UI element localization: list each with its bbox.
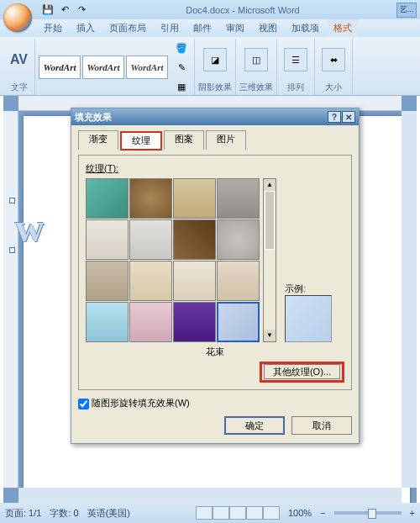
ribbon-group-wordart-styles: WordArt WordArt WordArt 🪣 ✎ ▦ 艺术字样式 — [35, 39, 195, 95]
texture-swatch-7[interactable] — [217, 219, 260, 260]
texture-swatch-10[interactable] — [173, 261, 216, 301]
tab-picture[interactable]: 图片 — [206, 130, 246, 150]
texture-swatch-13[interactable] — [129, 302, 172, 342]
view-outline[interactable] — [246, 506, 263, 520]
tab-home[interactable]: 开始 — [37, 19, 69, 37]
shadow-icon[interactable]: ◪ — [203, 48, 227, 71]
tab-pagelayout[interactable]: 页面布局 — [102, 19, 153, 37]
group-label-3d[interactable]: 三维效果 — [239, 81, 273, 95]
tab-mailings[interactable]: 邮件 — [186, 19, 218, 37]
ribbon-group-3d: ◫ 三维效果 — [236, 39, 277, 95]
ribbon-group-text: AV 文字 — [3, 39, 35, 95]
zoom-level[interactable]: 100% — [288, 508, 312, 518]
ribbon: AV 文字 WordArt WordArt WordArt 🪣 ✎ ▦ 艺术字样… — [0, 37, 420, 96]
redo-icon[interactable]: ↷ — [74, 3, 89, 18]
3d-icon[interactable]: ◫ — [244, 48, 268, 71]
group-label-text[interactable]: 文字 — [11, 81, 28, 95]
scroll-down-icon[interactable]: ▼ — [264, 330, 276, 341]
rotate-fill-row: 随图形旋转填充效果(W) — [78, 397, 352, 409]
spacing-button[interactable]: AV — [7, 50, 31, 69]
texture-swatch-8[interactable] — [86, 261, 129, 301]
view-buttons — [196, 506, 280, 520]
texture-swatch-14[interactable] — [173, 302, 216, 342]
undo-icon[interactable]: ↶ — [57, 3, 72, 18]
view-draft[interactable] — [263, 506, 280, 520]
ribbon-group-size: ⬌ 大小 — [315, 39, 353, 95]
tab-insert[interactable]: 插入 — [70, 19, 102, 37]
scroll-up-icon[interactable]: ▲ — [264, 179, 276, 191]
close-icon[interactable]: ✕ — [342, 111, 355, 123]
tab-addins[interactable]: 加载项 — [285, 19, 326, 37]
status-language[interactable]: 英语(美国) — [87, 507, 130, 520]
wordart-style-2[interactable]: WordArt — [82, 55, 124, 79]
scroll-thumb[interactable] — [265, 191, 275, 250]
selected-texture-name: 花束 — [86, 346, 344, 358]
texture-swatch-5[interactable] — [129, 219, 172, 260]
window-title: Doc4.docx - Microsoft Word — [89, 5, 396, 15]
texture-swatch-1[interactable] — [129, 178, 172, 219]
tab-pattern[interactable]: 图案 — [164, 130, 204, 150]
dialog-titlebar[interactable]: 填充效果 ? ✕ — [71, 108, 359, 125]
zoom-out-icon[interactable]: − — [320, 508, 325, 518]
cancel-button[interactable]: 取消 — [291, 416, 352, 435]
tab-format[interactable]: 格式 — [327, 19, 359, 37]
view-reading[interactable] — [213, 506, 229, 520]
ribbon-tabs: 开始 插入 页面布局 引用 邮件 审阅 视图 加载项 格式 — [0, 19, 420, 37]
quick-access-toolbar: 💾 ↶ ↷ — [40, 3, 89, 18]
texture-swatch-15[interactable] — [217, 302, 260, 342]
status-page[interactable]: 页面: 1/1 — [5, 507, 41, 520]
arrange-icon[interactable]: ☰ — [284, 48, 307, 71]
texture-preview — [285, 295, 332, 342]
status-words[interactable]: 字数: 0 — [50, 507, 78, 520]
tab-gradient[interactable]: 渐变 — [78, 130, 118, 150]
texture-swatch-12[interactable] — [86, 302, 129, 342]
vertical-ruler[interactable] — [3, 111, 18, 488]
texture-swatch-0[interactable] — [86, 178, 129, 219]
texture-swatch-4[interactable] — [86, 219, 129, 260]
shape-button[interactable]: ▦ — [172, 77, 191, 96]
view-print-layout[interactable] — [196, 506, 213, 520]
selection-handles[interactable] — [12, 200, 79, 251]
zoom-in-icon[interactable]: + — [410, 508, 415, 518]
view-web[interactable] — [229, 506, 246, 520]
ribbon-group-shadow: ◪ 阴影效果 — [195, 39, 236, 95]
statusbar: 页面: 1/1 字数: 0 英语(美国) 100% − + — [0, 503, 420, 523]
fill-effects-dialog: 填充效果 ? ✕ 渐变 纹理 图案 图片 纹理(T): ▲ ▼ — [71, 108, 360, 444]
other-texture-button[interactable]: 其他纹理(O)... — [264, 364, 340, 379]
texture-scrollbar[interactable]: ▲ ▼ — [263, 178, 276, 342]
rotate-fill-label[interactable]: 随图形旋转填充效果(W) — [78, 398, 190, 408]
office-button[interactable] — [3, 3, 32, 32]
ribbon-group-arrange: ☰ 排列 — [277, 39, 315, 95]
texture-swatch-11[interactable] — [217, 261, 260, 301]
texture-swatch-9[interactable] — [129, 261, 172, 301]
fill-button[interactable]: 🪣 — [172, 39, 191, 57]
horizontal-scrollbar[interactable] — [18, 488, 402, 503]
vertical-scrollbar[interactable] — [402, 111, 417, 488]
tab-references[interactable]: 引用 — [154, 19, 186, 37]
wordart-style-1[interactable]: WordArt — [39, 55, 81, 79]
texture-swatch-3[interactable] — [217, 178, 260, 219]
rotate-fill-checkbox[interactable] — [78, 399, 89, 409]
texture-list-label: 纹理(T): — [86, 163, 118, 173]
spacing-icon: AV — [10, 52, 28, 67]
texture-panel: 纹理(T): ▲ ▼ 示例: 花束 其他纹理(O — [78, 155, 352, 390]
wordart-style-3[interactable]: WordArt — [126, 55, 168, 79]
help-icon[interactable]: ? — [328, 111, 341, 123]
tab-review[interactable]: 审阅 — [219, 19, 251, 37]
save-icon[interactable]: 💾 — [40, 3, 55, 18]
zoom-slider[interactable] — [334, 511, 402, 515]
addin-button[interactable]: 艺... — [396, 3, 417, 18]
outline-button[interactable]: ✎ — [172, 58, 191, 77]
size-icon[interactable]: ⬌ — [322, 48, 345, 71]
window-titlebar: 💾 ↶ ↷ Doc4.docx - Microsoft Word 艺... — [0, 0, 420, 19]
texture-swatch-6[interactable] — [173, 219, 216, 260]
tab-texture[interactable]: 纹理 — [120, 131, 162, 151]
group-label-arrange[interactable]: 排列 — [287, 81, 304, 95]
texture-swatch-2[interactable] — [173, 178, 216, 219]
ok-button[interactable]: 确定 — [224, 416, 285, 435]
group-label-size[interactable]: 大小 — [325, 81, 342, 95]
group-label-shadow[interactable]: 阴影效果 — [198, 81, 232, 95]
texture-grid — [86, 178, 260, 342]
tab-view[interactable]: 视图 — [252, 19, 284, 37]
dialog-title: 填充效果 — [75, 111, 112, 124]
